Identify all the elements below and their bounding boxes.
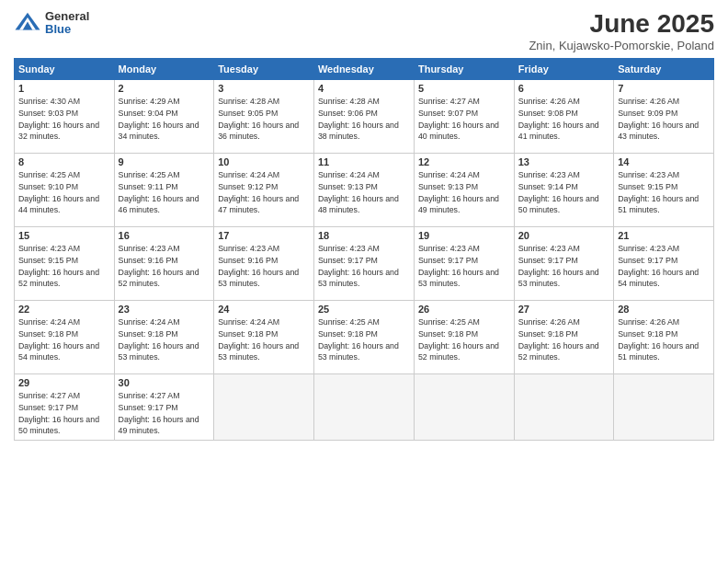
logo-text: General Blue (45, 10, 89, 37)
day-1: 1 Sunrise: 4:30 AMSunset: 9:03 PMDayligh… (15, 80, 115, 154)
day-2: 2 Sunrise: 4:29 AMSunset: 9:04 PMDayligh… (114, 80, 214, 154)
week-row-3: 15 Sunrise: 4:23 AMSunset: 9:15 PMDaylig… (15, 227, 714, 301)
header-tuesday: Tuesday (214, 59, 314, 80)
day-22: 22 Sunrise: 4:24 AMSunset: 9:18 PMDaylig… (15, 301, 115, 374)
day-3: 3 Sunrise: 4:28 AMSunset: 9:05 PMDayligh… (214, 80, 314, 154)
weekday-header-row: Sunday Monday Tuesday Wednesday Thursday… (15, 59, 714, 80)
day-9: 9 Sunrise: 4:25 AMSunset: 9:11 PMDayligh… (114, 154, 214, 227)
day-29: 29 Sunrise: 4:27 AMSunset: 9:17 PMDaylig… (15, 374, 115, 441)
empty-cell-4 (514, 374, 613, 441)
logo-icon (14, 9, 41, 37)
location: Znin, Kujawsko-Pomorskie, Poland (529, 39, 714, 52)
day-7: 7 Sunrise: 4:26 AMSunset: 9:09 PMDayligh… (614, 80, 714, 154)
empty-cell-2 (313, 374, 414, 441)
day-19: 19 Sunrise: 4:23 AMSunset: 9:17 PMDaylig… (414, 227, 514, 301)
header-monday: Monday (114, 59, 214, 80)
day-10: 10 Sunrise: 4:24 AMSunset: 9:12 PMDaylig… (214, 154, 314, 227)
day-27: 27 Sunrise: 4:26 AMSunset: 9:18 PMDaylig… (514, 301, 613, 374)
logo: General Blue (14, 9, 89, 37)
day-20: 20 Sunrise: 4:23 AMSunset: 9:17 PMDaylig… (514, 227, 613, 301)
title-area: June 2025 Znin, Kujawsko-Pomorskie, Pola… (529, 9, 714, 52)
day-23: 23 Sunrise: 4:24 AMSunset: 9:18 PMDaylig… (114, 301, 214, 374)
day-4: 4 Sunrise: 4:28 AMSunset: 9:06 PMDayligh… (313, 80, 414, 154)
header: General Blue June 2025 Znin, Kujawsko-Po… (14, 9, 714, 52)
header-thursday: Thursday (414, 59, 514, 80)
day-13: 13 Sunrise: 4:23 AMSunset: 9:14 PMDaylig… (514, 154, 613, 227)
day-11: 11 Sunrise: 4:24 AMSunset: 9:13 PMDaylig… (313, 154, 414, 227)
logo-blue: Blue (45, 23, 89, 36)
header-wednesday: Wednesday (313, 59, 414, 80)
day-8: 8 Sunrise: 4:25 AMSunset: 9:10 PMDayligh… (15, 154, 115, 227)
header-saturday: Saturday (614, 59, 714, 80)
day-14: 14 Sunrise: 4:23 AMSunset: 9:15 PMDaylig… (614, 154, 714, 227)
day-21: 21 Sunrise: 4:23 AMSunset: 9:17 PMDaylig… (614, 227, 714, 301)
day-25: 25 Sunrise: 4:25 AMSunset: 9:18 PMDaylig… (313, 301, 414, 374)
day-30: 30 Sunrise: 4:27 AMSunset: 9:17 PMDaylig… (114, 374, 214, 441)
empty-cell-5 (614, 374, 714, 441)
day-6: 6 Sunrise: 4:26 AMSunset: 9:08 PMDayligh… (514, 80, 613, 154)
week-row-4: 22 Sunrise: 4:24 AMSunset: 9:18 PMDaylig… (15, 301, 714, 374)
calendar-page: General Blue June 2025 Znin, Kujawsko-Po… (0, 0, 728, 563)
empty-cell-1 (214, 374, 314, 441)
header-sunday: Sunday (15, 59, 115, 80)
day-24: 24 Sunrise: 4:24 AMSunset: 9:18 PMDaylig… (214, 301, 314, 374)
day-17: 17 Sunrise: 4:23 AMSunset: 9:16 PMDaylig… (214, 227, 314, 301)
day-5: 5 Sunrise: 4:27 AMSunset: 9:07 PMDayligh… (414, 80, 514, 154)
week-row-2: 8 Sunrise: 4:25 AMSunset: 9:10 PMDayligh… (15, 154, 714, 227)
day-28: 28 Sunrise: 4:26 AMSunset: 9:18 PMDaylig… (614, 301, 714, 374)
day-18: 18 Sunrise: 4:23 AMSunset: 9:17 PMDaylig… (313, 227, 414, 301)
week-row-1: 1 Sunrise: 4:30 AMSunset: 9:03 PMDayligh… (15, 80, 714, 154)
day-12: 12 Sunrise: 4:24 AMSunset: 9:13 PMDaylig… (414, 154, 514, 227)
header-friday: Friday (514, 59, 613, 80)
empty-cell-3 (414, 374, 514, 441)
logo-general: General (45, 10, 89, 23)
day-26: 26 Sunrise: 4:25 AMSunset: 9:18 PMDaylig… (414, 301, 514, 374)
calendar-table: Sunday Monday Tuesday Wednesday Thursday… (14, 58, 714, 441)
day-15: 15 Sunrise: 4:23 AMSunset: 9:15 PMDaylig… (15, 227, 115, 301)
day-16: 16 Sunrise: 4:23 AMSunset: 9:16 PMDaylig… (114, 227, 214, 301)
month-title: June 2025 (529, 9, 714, 39)
week-row-5: 29 Sunrise: 4:27 AMSunset: 9:17 PMDaylig… (15, 374, 714, 441)
